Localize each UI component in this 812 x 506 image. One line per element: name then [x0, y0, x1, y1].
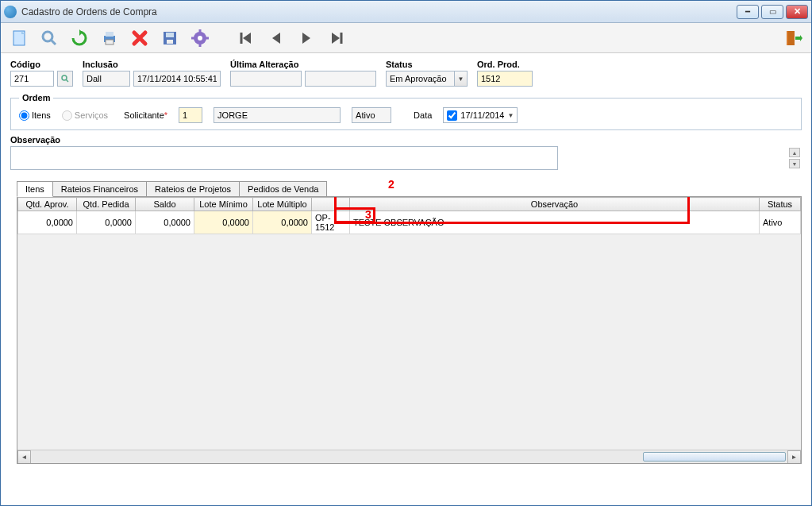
prev-icon: [267, 29, 286, 48]
horizontal-scrollbar[interactable]: ◄ ►: [17, 450, 801, 463]
solicitante-label: Solicitante*: [124, 110, 167, 120]
scroll-thumb[interactable]: [643, 452, 786, 462]
codigo-search-button[interactable]: [57, 71, 73, 87]
radio-itens-input[interactable]: [19, 110, 29, 121]
ordprod-input: [477, 71, 533, 87]
annotation-3: 3: [365, 208, 371, 221]
data-checkbox-field[interactable]: 17/11/2014 ▼: [443, 107, 518, 123]
ordprod-label: Ord. Prod.: [477, 60, 533, 69]
ordem-fieldset: Ordem Itens Serviços Solicitante* Data 1…: [10, 93, 802, 130]
svg-rect-8: [167, 40, 173, 44]
refresh-icon: [70, 29, 89, 48]
tabs-panel: Itens Rateios Financeiros Rateios de Pro…: [17, 181, 802, 464]
last-record-button[interactable]: [325, 26, 348, 50]
cell-qtd-pedida[interactable]: 0,0000: [77, 211, 136, 234]
solicitante-status-input: [352, 107, 391, 123]
ultima-date-input: [305, 71, 376, 87]
scroll-track[interactable]: [31, 450, 787, 463]
titlebar: Cadastro de Ordens de Compra ━ ▭ ✕: [1, 1, 811, 23]
ultima-user-input: [230, 71, 302, 87]
spin-up-button[interactable]: ▲: [789, 148, 800, 157]
scroll-right-button[interactable]: ►: [787, 450, 801, 464]
chevron-down-icon: ▼: [454, 71, 467, 86]
radio-itens-label: Itens: [32, 110, 51, 120]
close-button[interactable]: ✕: [786, 5, 808, 19]
tab-rateios-projetos[interactable]: Rateios de Projetos: [146, 181, 240, 196]
last-icon: [327, 29, 346, 48]
refresh-button[interactable]: [67, 26, 91, 50]
status-label: Status: [386, 60, 468, 69]
printer-icon: [100, 29, 119, 48]
cell-status[interactable]: Ativo: [760, 211, 801, 234]
col-qtd-pedida[interactable]: Qtd. Pedida: [77, 198, 136, 211]
cell-observacao[interactable]: TESTE OBSERVAÇÃO: [350, 211, 760, 234]
prev-record-button[interactable]: [264, 26, 288, 50]
table-row[interactable]: 0,0000 0,0000 0,0000 0,0000 0,0000 OP-15…: [18, 211, 801, 234]
col-qtd-aprov[interactable]: Qtd. Aprov.: [18, 198, 77, 211]
status-value: Em Aprovação: [387, 71, 454, 86]
svg-line-20: [66, 79, 68, 82]
inclusao-label: Inclusão: [83, 60, 221, 69]
cell-qtd-aprov[interactable]: 0,0000: [18, 211, 77, 234]
radio-servicos[interactable]: Serviços: [62, 110, 108, 121]
first-record-button[interactable]: [234, 26, 258, 50]
annotation-2: 2: [388, 178, 394, 191]
grid-header-row: Qtd. Aprov. Qtd. Pedida Saldo Lote Mínim…: [18, 198, 801, 211]
tab-rateios-financeiros[interactable]: Rateios Financeiros: [52, 181, 147, 196]
inclusao-user-input: [83, 71, 130, 87]
maximize-button[interactable]: ▭: [761, 5, 783, 19]
cell-lote-mult[interactable]: 0,0000: [253, 211, 312, 234]
tab-itens[interactable]: Itens: [17, 181, 53, 197]
app-window: Cadastro de Ordens de Compra ━ ▭ ✕: [0, 0, 812, 506]
col-saldo[interactable]: Saldo: [136, 198, 194, 211]
radio-itens[interactable]: Itens: [19, 110, 51, 121]
col-op[interactable]: [312, 198, 350, 211]
minimize-button[interactable]: ━: [737, 5, 759, 19]
scroll-left-button[interactable]: ◄: [17, 450, 31, 464]
codigo-input[interactable]: [10, 71, 54, 87]
cell-saldo[interactable]: 0,0000: [136, 211, 194, 234]
cell-op[interactable]: OP-1512: [312, 211, 350, 234]
print-button[interactable]: [98, 26, 121, 50]
tab-strip: Itens Rateios Financeiros Rateios de Pro…: [17, 181, 802, 197]
data-checkbox[interactable]: [447, 110, 457, 121]
delete-button[interactable]: [128, 26, 152, 50]
observacao-label: Observação: [10, 135, 802, 145]
next-record-button[interactable]: [294, 26, 318, 50]
svg-rect-4: [106, 32, 114, 37]
col-lote-mult[interactable]: Lote Múltiplo: [253, 198, 312, 211]
inclusao-date-input: [133, 71, 221, 87]
settings-button[interactable]: [188, 26, 212, 50]
tab-pedidos-venda[interactable]: Pedidos de Venda: [239, 181, 327, 196]
ordem-legend: Ordem: [19, 93, 53, 102]
svg-rect-7: [166, 33, 174, 37]
svg-point-10: [198, 36, 202, 41]
data-value: 17/11/2014: [460, 110, 504, 120]
window-controls: ━ ▭ ✕: [737, 5, 808, 19]
grid-container: 3 Qtd. Aprov. Qtd. Pedida Saldo Lote Mín…: [17, 197, 802, 464]
search-button[interactable]: [37, 26, 61, 50]
solicitante-name-input: [214, 107, 341, 123]
items-grid[interactable]: Qtd. Aprov. Qtd. Pedida Saldo Lote Mínim…: [17, 197, 801, 234]
status-dropdown[interactable]: Em Aprovação ▼: [386, 71, 468, 87]
next-icon: [297, 29, 316, 48]
exit-button[interactable]: [781, 26, 805, 50]
radio-servicos-input: [62, 110, 72, 121]
spin-down-button[interactable]: ▼: [789, 159, 800, 168]
gear-icon: [190, 29, 210, 48]
col-observacao[interactable]: Observação: [350, 198, 760, 211]
observacao-textarea[interactable]: [10, 146, 558, 170]
solicitante-code-input[interactable]: [179, 107, 202, 123]
radio-servicos-label: Serviços: [75, 110, 108, 120]
form-panel: Código Inclusão Última Alteração: [1, 53, 811, 178]
main-toolbar: [1, 23, 811, 53]
col-lote-min[interactable]: Lote Mínimo: [194, 198, 253, 211]
app-icon: [4, 6, 17, 18]
data-label: Data: [414, 110, 432, 120]
svg-rect-18: [788, 31, 795, 45]
ultima-alteracao-label: Última Alteração: [230, 60, 376, 69]
new-button[interactable]: [7, 26, 31, 50]
cell-lote-min[interactable]: 0,0000: [194, 211, 253, 234]
col-status[interactable]: Status: [760, 198, 801, 211]
save-button[interactable]: [158, 26, 182, 50]
